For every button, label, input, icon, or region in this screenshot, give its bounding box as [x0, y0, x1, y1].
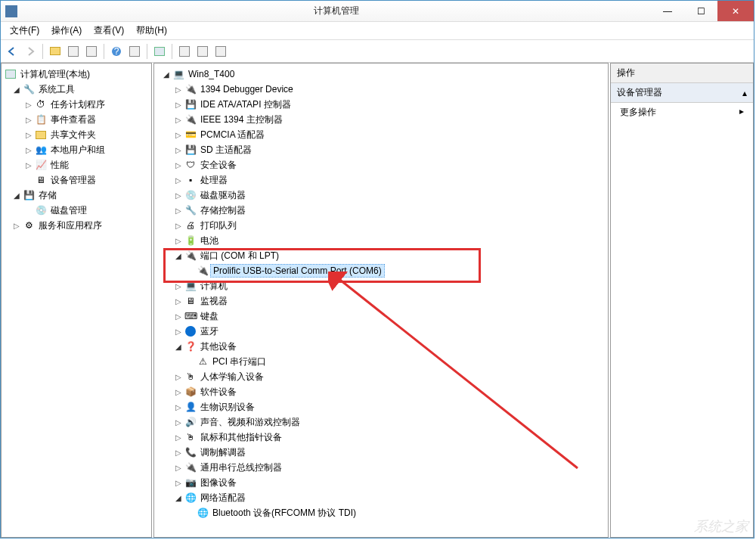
- tree-shared[interactable]: ▷共享文件夹: [3, 127, 150, 142]
- tree-keyboard[interactable]: ▷⌨键盘: [156, 309, 606, 324]
- tree-storage[interactable]: ◢💾存储: [3, 188, 150, 203]
- tree-computer[interactable]: ▷💻计算机: [156, 278, 606, 293]
- enable-icon[interactable]: [212, 43, 229, 60]
- expand-icon[interactable]: ▷: [12, 222, 21, 230]
- collapse-icon[interactable]: ◢: [174, 252, 183, 260]
- expand-icon[interactable]: ▷: [174, 312, 183, 321]
- tree-systools[interactable]: ◢🔧系统工具: [3, 82, 150, 97]
- keyboard-icon: ⌨: [184, 310, 197, 322]
- tree-devmgr[interactable]: 🖥设备管理器: [3, 172, 150, 188]
- expand-icon[interactable]: ▷: [174, 101, 183, 109]
- tree-monitor[interactable]: ▷🖥监视器: [156, 293, 606, 309]
- collapse-icon[interactable]: ◢: [12, 85, 21, 94]
- tree-cpu[interactable]: ▷▪处理器: [156, 172, 606, 188]
- menu-file[interactable]: 文件(F): [4, 23, 45, 39]
- tree-diskmgr[interactable]: 💿磁盘管理: [3, 203, 150, 218]
- device-tree: ◢💻Win8_T400 ▷🔌1394 Debugger Device ▷💾IDE…: [154, 64, 608, 523]
- tree-security[interactable]: ▷🛡安全设备: [156, 157, 606, 172]
- expand-icon[interactable]: ▷: [174, 131, 183, 139]
- tree-mouse[interactable]: ▷🖱鼠标和其他指针设备: [156, 430, 606, 445]
- tree-root[interactable]: ◢💻Win8_T400: [156, 67, 606, 82]
- expand-icon[interactable]: ▷: [24, 116, 33, 124]
- tree-netadapter[interactable]: ◢🌐网络适配器: [156, 490, 606, 505]
- expand-icon[interactable]: ▷: [174, 448, 183, 457]
- expand-icon[interactable]: ▷: [174, 282, 183, 290]
- back-button[interactable]: [4, 43, 20, 60]
- tree-otherdev[interactable]: ◢❓其他设备: [156, 339, 606, 354]
- tree-prolific[interactable]: 🔌Prolific USB-to-Serial Comm Port (COM6): [156, 263, 606, 278]
- update-icon[interactable]: [176, 43, 193, 60]
- scan-icon[interactable]: [151, 43, 168, 60]
- folder-icon[interactable]: [47, 43, 64, 60]
- expand-icon[interactable]: ▷: [174, 237, 183, 245]
- tree-pciserial[interactable]: ⚠PCI 串行端口: [156, 354, 606, 369]
- tree-storctl[interactable]: ▷🔧存储控制器: [156, 203, 606, 218]
- view-icon[interactable]: [65, 43, 82, 60]
- expand-icon[interactable]: ▷: [174, 85, 183, 94]
- expand-icon[interactable]: ▷: [174, 418, 183, 427]
- expand-icon[interactable]: ▷: [24, 146, 33, 154]
- expand-icon[interactable]: ▷: [174, 433, 183, 442]
- collapse-icon[interactable]: ◢: [12, 191, 21, 200]
- expand-icon[interactable]: ▷: [174, 206, 183, 215]
- tree-ide[interactable]: ▷💾IDE ATA/ATAPI 控制器: [156, 97, 606, 112]
- tree-sound[interactable]: ▷🔊声音、视频和游戏控制器: [156, 414, 606, 430]
- tree-btrfcomm[interactable]: 🌐Bluetooth 设备(RFCOMM 协议 TDI): [156, 505, 606, 520]
- expand-icon[interactable]: ▷: [174, 161, 183, 169]
- expand-icon[interactable]: ▷: [24, 101, 33, 109]
- tree-perf[interactable]: ▷📈性能: [3, 157, 150, 172]
- actions-section[interactable]: 设备管理器 ▴: [611, 83, 753, 103]
- tree-imaging[interactable]: ▷📷图像设备: [156, 475, 606, 490]
- expand-icon[interactable]: ▷: [174, 191, 183, 200]
- uninstall-icon[interactable]: [194, 43, 211, 60]
- tree-printq[interactable]: ▷🖨打印队列: [156, 218, 606, 233]
- expand-icon[interactable]: ▷: [174, 297, 183, 306]
- properties-icon[interactable]: [126, 43, 143, 60]
- menu-help[interactable]: 帮助(H): [130, 23, 173, 39]
- menu-action[interactable]: 操作(A): [45, 23, 88, 39]
- minimize-button[interactable]: —: [651, 1, 684, 21]
- tree-1394dbg[interactable]: ▷🔌1394 Debugger Device: [156, 82, 606, 97]
- tree-services[interactable]: ▷⚙服务和应用程序: [3, 218, 150, 233]
- menu-view[interactable]: 查看(V): [88, 23, 130, 39]
- expand-icon[interactable]: ▷: [24, 161, 33, 169]
- tree-tasksched[interactable]: ▷⏱任务计划程序: [3, 97, 150, 112]
- forward-button[interactable]: [22, 43, 39, 60]
- expand-icon[interactable]: ▷: [174, 146, 183, 154]
- collapse-icon[interactable]: ◢: [174, 343, 183, 351]
- tree-localusers[interactable]: ▷👥本地用户和组: [3, 142, 150, 157]
- tree-biometric[interactable]: ▷👤生物识别设备: [156, 399, 606, 414]
- tree-ports[interactable]: ◢🔌端口 (COM 和 LPT): [156, 248, 606, 263]
- tree-pcmcia[interactable]: ▷💳PCMCIA 适配器: [156, 127, 606, 142]
- expand-icon[interactable]: ▷: [174, 116, 183, 124]
- close-button[interactable]: ✕: [717, 1, 754, 21]
- tree-battery[interactable]: ▷🔋电池: [156, 233, 606, 248]
- tree-usb[interactable]: ▷🔌通用串行总线控制器: [156, 460, 606, 475]
- expand-icon[interactable]: ▷: [174, 373, 183, 381]
- tree-softdev[interactable]: ▷📦软件设备: [156, 384, 606, 399]
- tree-eventvwr[interactable]: ▷📋事件查看器: [3, 112, 150, 127]
- tree-ieee1394[interactable]: ▷🔌IEEE 1394 主控制器: [156, 112, 606, 127]
- tree-diskdrv[interactable]: ▷💿磁盘驱动器: [156, 188, 606, 203]
- expand-icon[interactable]: ▷: [174, 403, 183, 411]
- expand-icon[interactable]: ▷: [174, 176, 183, 185]
- more-actions[interactable]: 更多操作 ▸: [611, 103, 753, 122]
- expand-icon[interactable]: ▷: [174, 464, 183, 472]
- help-icon[interactable]: ?: [108, 43, 125, 60]
- collapse-icon[interactable]: ◢: [162, 70, 171, 79]
- collapse-icon[interactable]: ◢: [174, 494, 183, 502]
- collapse-icon[interactable]: ▴: [742, 88, 747, 98]
- tree-bluetooth[interactable]: ▷蓝牙: [156, 324, 606, 339]
- expand-icon[interactable]: ▷: [174, 222, 183, 230]
- tree-sd[interactable]: ▷💾SD 主适配器: [156, 142, 606, 157]
- body: 计算机管理(本地) ◢🔧系统工具 ▷⏱任务计划程序 ▷📋事件查看器 ▷共享文件夹…: [1, 63, 754, 538]
- tree-root[interactable]: 计算机管理(本地): [3, 67, 150, 82]
- maximize-button[interactable]: ☐: [684, 1, 717, 21]
- list-icon[interactable]: [83, 43, 100, 60]
- tree-hid[interactable]: ▷🖱人体学输入设备: [156, 369, 606, 384]
- expand-icon[interactable]: ▷: [174, 479, 183, 487]
- expand-icon[interactable]: ▷: [174, 327, 183, 336]
- expand-icon[interactable]: ▷: [24, 131, 33, 139]
- expand-icon[interactable]: ▷: [174, 388, 183, 396]
- tree-modem[interactable]: ▷📞调制解调器: [156, 445, 606, 460]
